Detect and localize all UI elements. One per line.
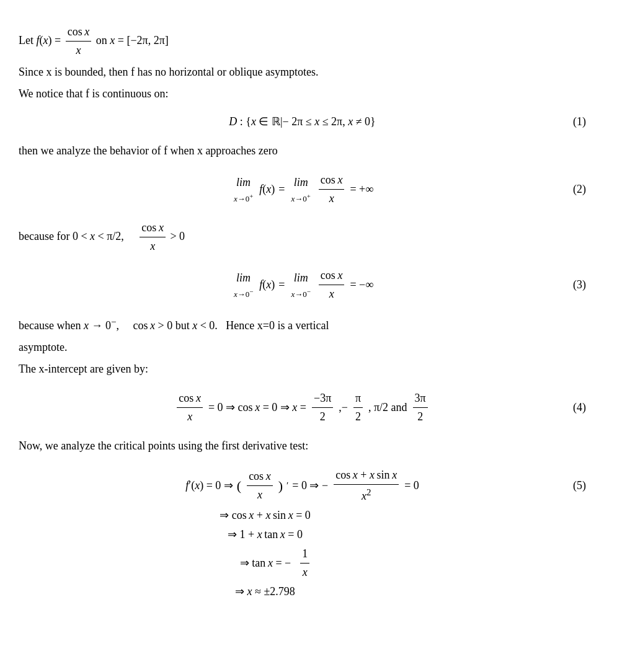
eq1-number: (1) bbox=[573, 113, 586, 130]
intercept-intro: The x-intercept are given by: bbox=[19, 361, 586, 378]
line2: Since x is bounded, then f has no horizo… bbox=[19, 64, 586, 81]
line3: We notice that f is continuous on: bbox=[19, 86, 586, 102]
eq4-number: (4) bbox=[573, 399, 586, 416]
equation-4: cos x x = 0 ⇒ cos x = 0 ⇒ x = −3π 2 ,− π… bbox=[19, 390, 586, 425]
critical-intro: Now, we analyze the critical points usin… bbox=[19, 438, 586, 454]
equation-1: D : {x ∈ ℝ|− 2π ≤ x ≤ 2π, x ≠ 0} (1) bbox=[19, 113, 586, 130]
equation-2: lim x→0+ f(x) = lim x→0+ cos x x = +∞ (2… bbox=[19, 172, 586, 207]
because-1: because for 0 < x < π/2, cos x x > 0 bbox=[19, 219, 586, 255]
because-2-line1: because when x → 0−, cos x > 0 but x < 0… bbox=[19, 315, 586, 334]
equation-5: f′(x) = 0 ⇒ ( cos x x ) ′ = 0 ⇒ − cos x … bbox=[19, 467, 586, 600]
eq5-number: (5) bbox=[573, 477, 586, 494]
because-2-line2: asymptote. bbox=[19, 339, 586, 356]
limit-analysis-text: then we analyze the behavior of f when x… bbox=[19, 143, 586, 159]
equation-3: lim x→0− f(x) = lim x→0− cos x x = −∞ (3… bbox=[19, 267, 586, 303]
eq2-number: (2) bbox=[573, 181, 586, 198]
eq3-number: (3) bbox=[573, 276, 586, 293]
line1: Let f(x) = cos x x on x = [−2π, 2π] bbox=[19, 24, 586, 59]
